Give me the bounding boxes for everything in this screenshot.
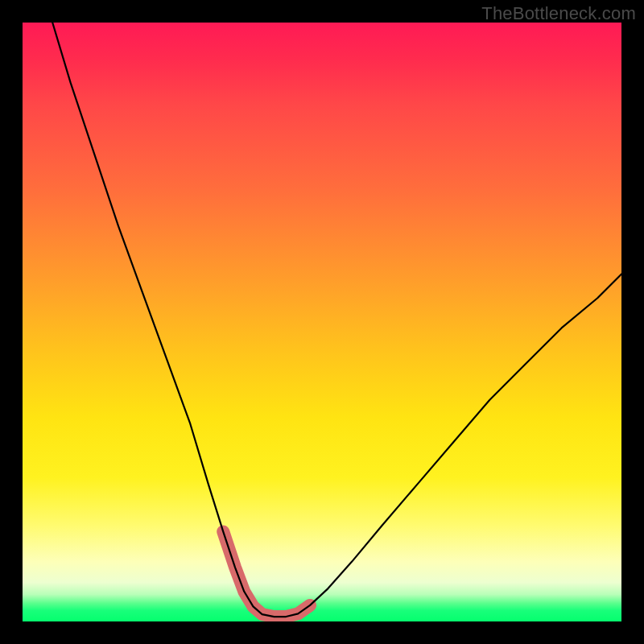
- trough-highlight: [223, 531, 310, 617]
- plot-area: [23, 23, 621, 621]
- main-curve: [52, 23, 621, 617]
- curve-layer: [23, 23, 621, 621]
- chart-frame: TheBottleneck.com: [0, 0, 644, 644]
- watermark-text: TheBottleneck.com: [481, 3, 636, 24]
